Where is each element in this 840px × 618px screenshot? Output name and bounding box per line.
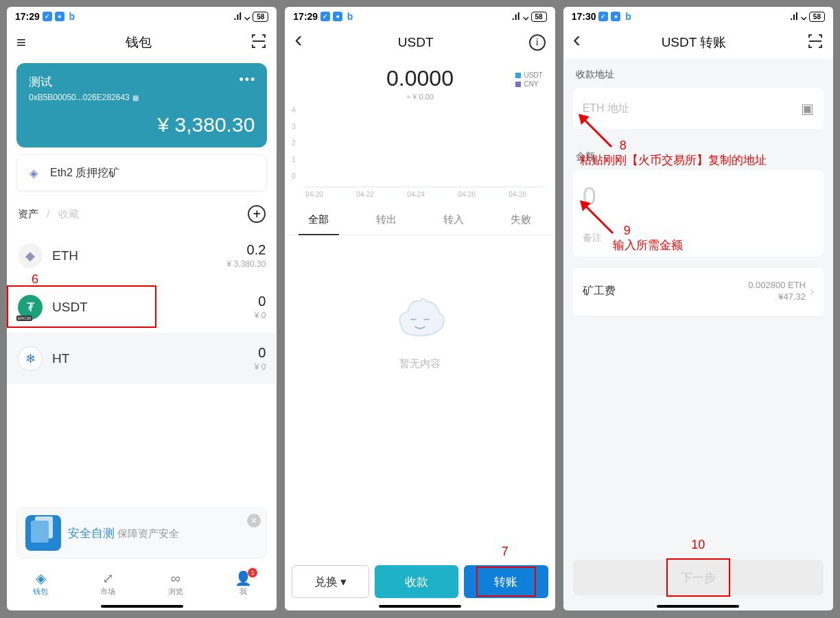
whale-icon (389, 290, 451, 345)
tab-browse[interactable]: ∞ 浏览 (142, 564, 209, 604)
annotation-box-7 (476, 567, 536, 597)
contacts-icon[interactable]: ▣ (801, 100, 814, 117)
annotation-box-6 (7, 285, 156, 328)
status-time: 17:29 (15, 11, 40, 22)
txtab-fail[interactable]: 失败 (487, 205, 555, 235)
add-asset-icon[interactable]: + (248, 205, 266, 223)
scan-icon[interactable] (250, 33, 267, 53)
send-button[interactable]: 转账 (464, 565, 548, 598)
asset-symbol: HT (52, 351, 245, 366)
fee-row[interactable]: 矿工费 0.002800 ETH ¥47.32 › (573, 268, 824, 316)
legend-sq-cny (515, 82, 521, 87)
annotation-10: 10 (691, 538, 705, 552)
balance-fiat: ≈ ¥ 0.00 (285, 93, 555, 101)
legend-sq-usdt (515, 73, 521, 78)
status-bar: 17:30 ✓ ● b .ıl ⌵ 58 (563, 7, 833, 26)
status-b-icon: b (345, 12, 355, 21)
tab-wallet[interactable]: ◈ 钱包 (7, 564, 74, 604)
notif-badge: 1 (248, 568, 257, 578)
screen-transfer: 17:30 ✓ ● b .ıl ⌵ 58 USDT 转账 收款地址 ETH 地址… (563, 7, 833, 610)
txtab-all[interactable]: 全部 (285, 205, 352, 235)
tab-favorites[interactable]: 收藏 (58, 208, 79, 219)
fee-eth: 0.002800 ETH (748, 280, 806, 292)
chart: 4 3 2 1 0 04-20 04-22 04-24 04-26 04-28 (285, 105, 555, 201)
chevron-right-icon: › (810, 284, 814, 298)
back-icon[interactable] (294, 35, 302, 50)
asset-section-header: 资产 / 收藏 + (7, 198, 277, 230)
screen-usdt-detail: 17:29 ✓ ● b .ıl ⌵ 58 USDT i 0.0000 ≈ ¥ 0… (285, 7, 555, 610)
app-bar: 钱包 (7, 26, 277, 59)
asset-row-eth[interactable]: ◆ ETH 0.2 ¥ 3,380.30 (7, 230, 277, 281)
wallet-address[interactable]: 0xB5B00050...026E282643 ▦ (29, 93, 255, 102)
chart-baseline (305, 187, 545, 187)
asset-row-ht[interactable]: ❄ HT 0 ¥ 0 (7, 333, 277, 384)
status-time: 17:29 (293, 11, 318, 22)
exchange-button[interactable]: 兑换 ▾ (292, 565, 369, 598)
txtab-out[interactable]: 转出 (353, 205, 420, 235)
banner-title: 安全自测 (68, 527, 115, 540)
info-icon[interactable]: i (529, 34, 546, 51)
wallet-nav-icon: ◈ (36, 571, 46, 585)
annotation-8-num: 8 (620, 139, 627, 153)
action-row: 兑换 ▾ 收款 转账 (285, 560, 555, 604)
annotation-9-text: 输入所需金额 (613, 237, 683, 253)
status-app-icon: ✓ (43, 12, 52, 21)
page-title: USDT (303, 35, 529, 50)
status-app-icon2: ● (333, 12, 342, 21)
dropdown-icon: ▾ (340, 575, 347, 589)
svg-line-2 (584, 204, 613, 233)
bottom-tabbar: ◈ 钱包 ⤢ 市场 ∞ 浏览 👤 我 1 (7, 564, 277, 604)
banner-image (25, 515, 61, 551)
eth2-staking-row[interactable]: ◈ Eth2 质押挖矿 (16, 154, 267, 191)
tab-assets[interactable]: 资产 (18, 208, 38, 219)
scan-icon[interactable] (807, 33, 824, 53)
battery-icon: 58 (531, 12, 547, 22)
banner-close-icon[interactable]: ✕ (247, 514, 261, 527)
annotation-arrow-9 (579, 199, 620, 240)
receive-button[interactable]: 收款 (375, 565, 459, 598)
txtab-in[interactable]: 转入 (420, 205, 487, 235)
browse-nav-icon: ∞ (171, 571, 180, 585)
page-title: USDT 转账 (581, 34, 807, 51)
banner-sub: 保障资产安全 (117, 527, 179, 539)
empty-state: 暂无内容 (285, 235, 555, 560)
asset-symbol: ETH (52, 248, 218, 263)
status-app-icon2: ● (611, 12, 620, 21)
fee-label: 矿工费 (583, 284, 616, 298)
back-icon[interactable] (573, 35, 581, 50)
annotation-9-num: 9 (624, 224, 631, 238)
security-banner[interactable]: 安全自测 保障资产安全 ✕ (16, 508, 267, 558)
signal-icon: .ıl (512, 11, 520, 22)
annotation-arrow-8 (577, 112, 618, 154)
page-title: 钱包 (26, 34, 250, 51)
asset-row-usdt[interactable]: ₮ERC20 USDT 0 ¥ 0 (7, 281, 277, 333)
address-label: 收款地址 (563, 59, 833, 85)
asset-fiat: ¥ 0 (255, 362, 266, 372)
asset-amount: 0.2 (227, 242, 266, 258)
wifi-icon: ⌵ (523, 11, 528, 22)
signal-icon: .ıl (234, 11, 242, 22)
wifi-icon: ⌵ (244, 11, 250, 22)
battery-icon: 58 (809, 12, 825, 22)
wallet-card[interactable]: ••• 测试 0xB5B00050...026E282643 ▦ ¥ 3,380… (16, 63, 267, 147)
app-bar: USDT 转账 (563, 26, 833, 59)
home-indicator (657, 605, 739, 608)
qr-mini-icon: ▦ (132, 94, 137, 102)
tab-market[interactable]: ⤢ 市场 (74, 564, 141, 604)
asset-amount: 0 (255, 294, 266, 309)
tab-me[interactable]: 👤 我 1 (209, 564, 277, 604)
menu-icon[interactable] (16, 33, 26, 52)
wallet-more-icon[interactable]: ••• (239, 73, 256, 87)
status-bar: 17:29 ✓ ● b .ıl ⌵ 58 (7, 7, 277, 26)
asset-amount: 0 (255, 345, 266, 361)
balance-zone: 0.0000 ≈ ¥ 0.00 USDT CNY (285, 59, 555, 105)
wallet-balance: ¥ 3,380.30 (29, 113, 255, 136)
signal-icon: .ıl (790, 11, 798, 22)
annotation-8-text: 粘贴刚刚【火币交易所】复制的地址 (580, 152, 767, 168)
wifi-icon: ⌵ (801, 11, 806, 22)
chart-legend: USDT CNY (515, 71, 542, 89)
empty-text: 暂无内容 (399, 357, 441, 370)
home-indicator (379, 605, 461, 608)
next-button[interactable]: 下一步 (573, 560, 824, 595)
asset-fiat: ¥ 0 (255, 311, 266, 320)
